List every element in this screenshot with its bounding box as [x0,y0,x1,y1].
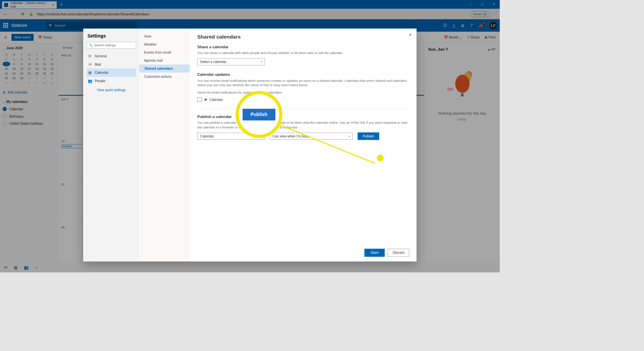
calendar-icon: ▦ [88,70,92,74]
settings-sub-agenda[interactable]: Agenda mail [139,56,190,64]
settings-sub-shared[interactable]: Shared calendars [139,64,190,72]
divider [197,109,409,109]
settings-sub-weather[interactable]: Weather [139,40,190,48]
publish-calendar-section: Publish a calendar You can publish a cal… [197,114,409,140]
settings-nav-people[interactable]: 👥People [87,77,136,85]
chevron-down-icon: ▾ [349,135,350,137]
modal-footer: Save Discard [365,249,409,257]
close-icon[interactable]: ✕ [409,32,412,37]
annotation-dot [377,155,384,161]
settings-content: ✕ Shared calendars Share a calendar You … [190,28,416,261]
people-icon: 👥 [88,79,92,83]
settings-sub-customize[interactable]: Customize actions [139,73,190,81]
chevron-down-icon: ▾ [261,60,262,63]
calendar-color-dot [205,99,207,101]
view-quick-settings-link[interactable]: View quick settings [87,88,136,92]
publish-button[interactable]: Publish [358,132,379,140]
gear-icon: ⚙ [88,54,92,58]
settings-search-input[interactable]: 🔍 Search settings [87,42,136,49]
mail-icon: ✉ [88,62,92,66]
share-calendar-section: Share a calendar You can share a calenda… [197,45,409,65]
settings-sub-view[interactable]: View [139,32,190,40]
search-icon: 🔍 [89,44,93,47]
settings-nav-secondary: View Weather Events from email Agenda ma… [139,28,190,261]
settings-sub-events[interactable]: Events from email [139,48,190,56]
settings-nav-primary: Settings 🔍 Search settings ⚙General ✉Mai… [83,28,139,261]
settings-title: Settings [87,33,136,39]
calendar-checkbox[interactable] [197,97,202,102]
calendar-updates-section: Calendar updates You can receive email n… [197,72,409,102]
settings-nav-mail[interactable]: ✉Mail [87,60,136,68]
publish-permission-dropdown[interactable]: Can view when I'm busy▾ [270,133,353,140]
save-button[interactable]: Save [365,249,385,257]
settings-nav-calendar[interactable]: ▦Calendar [87,68,136,77]
settings-modal: Settings 🔍 Search settings ⚙General ✉Mai… [83,28,416,261]
settings-nav-general[interactable]: ⚙General [87,52,136,60]
select-calendar-dropdown[interactable]: Select a calendar▾ [197,58,265,65]
panel-title: Shared calendars [197,34,409,40]
annotation-magnifier: Publish [235,91,282,138]
discard-button[interactable]: Discard [388,249,409,257]
magnified-publish-button: Publish [243,109,275,120]
